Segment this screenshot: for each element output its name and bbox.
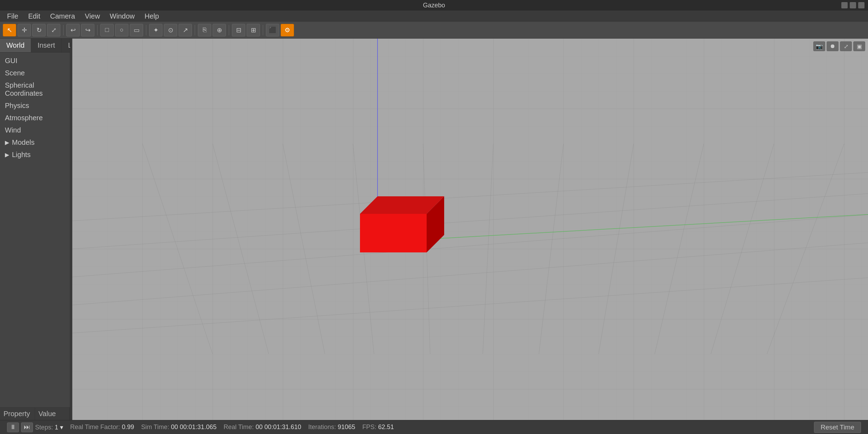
sidebar-item-spherical-coordinates-label: Spherical Coordinates (5, 81, 65, 97)
viewport-3d[interactable]: 📷 ⏺ ⤢ ▣ (72, 39, 868, 420)
select-tool-button[interactable]: ↖ (3, 24, 16, 36)
pause-button[interactable]: ⏸ (7, 422, 19, 432)
app-title: Gazebo (423, 2, 445, 9)
sim-time-label: Sim Time: (141, 423, 169, 430)
sidebar-item-spherical-coordinates[interactable]: Spherical Coordinates (0, 79, 70, 100)
models-arrow-icon: ▶ (5, 139, 9, 146)
sidebar-item-physics[interactable]: Physics (0, 100, 70, 112)
pause-icon: ⏸ (10, 423, 16, 431)
scale-tool-button[interactable]: ⤢ (47, 24, 60, 36)
copy-button[interactable]: ⎘ (198, 24, 211, 36)
menu-bar: File Edit Camera View Window Help (0, 11, 868, 22)
iterations-label: Iterations: (308, 423, 336, 430)
menu-view[interactable]: View (81, 11, 104, 22)
snap-button[interactable]: ⊞ (247, 24, 260, 36)
close-button[interactable] (858, 2, 864, 8)
sidebar-item-atmosphere-label: Atmosphere (5, 114, 43, 122)
sidebar-item-models-label: Models (12, 138, 34, 147)
viewport-maximize-button[interactable]: ▣ (853, 41, 865, 51)
menu-file[interactable]: File (3, 11, 22, 22)
orange-tool-button[interactable]: ⚙ (281, 24, 294, 36)
property-column-header: Property (0, 408, 35, 420)
iterations-display: Iterations: 91065 (308, 423, 355, 431)
rt-factor-value: 0.99 (122, 423, 134, 430)
sidebar-item-gui[interactable]: GUI (0, 55, 70, 67)
sidebar-item-scene[interactable]: Scene (0, 67, 70, 79)
menu-camera[interactable]: Camera (46, 11, 79, 22)
steps-value: 1 ▾ (55, 424, 63, 431)
translate-tool-button[interactable]: ✛ (18, 24, 31, 36)
box-shape-button[interactable]: □ (100, 24, 114, 36)
fps-value: 62.51 (378, 423, 394, 430)
value-column-header: Value (35, 408, 70, 420)
sphere-shape-button[interactable]: ○ (115, 24, 128, 36)
fps-label: FPS: (362, 423, 376, 430)
toolbar-sep-5 (229, 25, 229, 35)
sidebar-item-lights-label: Lights (12, 151, 31, 159)
fps-display: FPS: 62.51 (362, 423, 394, 431)
undo-button[interactable]: ↩ (66, 24, 80, 36)
viewport-grid (72, 39, 868, 420)
menu-help[interactable]: Help (140, 11, 163, 22)
align-button[interactable]: ⊟ (232, 24, 245, 36)
spot-light-button[interactable]: ⊙ (164, 24, 177, 36)
rt-factor-label: Real Time Factor: (70, 423, 120, 430)
menu-window[interactable]: Window (106, 11, 139, 22)
sidebar-item-gui-label: GUI (5, 57, 18, 65)
svg-marker-21 (360, 214, 427, 252)
point-light-button[interactable]: ✦ (149, 24, 162, 36)
toolbar-sep-1 (63, 25, 64, 35)
status-bar: ⏸ ⏭ Steps: 1 ▾ Real Time Factor: 0.99 Si… (0, 420, 868, 434)
toolbar-sep-4 (195, 25, 195, 35)
cylinder-shape-button[interactable]: ▭ (130, 24, 143, 36)
main-layout: World Insert Layers GUI Scene Spherical … (0, 39, 868, 420)
toolbar-sep-3 (146, 25, 146, 35)
menu-edit[interactable]: Edit (24, 11, 44, 22)
real-time-value: 00 00:01:31.610 (255, 423, 301, 430)
rotate-tool-button[interactable]: ↻ (32, 24, 46, 36)
left-panel: World Insert Layers GUI Scene Spherical … (0, 39, 70, 420)
paste-button[interactable]: ⊕ (213, 24, 226, 36)
sidebar-list: GUI Scene Spherical Coordinates Physics … (0, 53, 70, 407)
title-bar: Gazebo (0, 0, 868, 11)
viewport-record-button[interactable]: ⏺ (827, 41, 839, 51)
tab-world[interactable]: World (0, 39, 31, 52)
redo-button[interactable]: ↪ (81, 24, 94, 36)
window-controls (841, 2, 864, 8)
iterations-value: 91065 (338, 423, 355, 430)
sidebar-item-models[interactable]: ▶ Models (0, 136, 70, 149)
tab-insert[interactable]: Insert (31, 39, 62, 52)
sim-time-display: Sim Time: 00 00:01:31.065 (141, 423, 216, 431)
steps-label: Steps: (35, 424, 53, 431)
steps-display: Steps: 1 ▾ (35, 423, 63, 431)
sidebar-item-lights[interactable]: ▶ Lights (0, 149, 70, 161)
toolbar: ↖ ✛ ↻ ⤢ ↩ ↪ □ ○ ▭ ✦ ⊙ ↗ ⎘ ⊕ ⊟ ⊞ ⬛ ⚙ (0, 22, 868, 39)
directional-light-button[interactable]: ↗ (179, 24, 192, 36)
sidebar-item-wind[interactable]: Wind (0, 124, 70, 136)
property-header: Property Value (0, 407, 70, 420)
viewport-screenshot-button[interactable]: 📷 (813, 41, 825, 51)
lights-arrow-icon: ▶ (5, 151, 9, 158)
step-icon: ⏭ (24, 423, 30, 431)
real-time-display: Real Time: 00 00:01:31.610 (223, 423, 301, 431)
toolbar-sep-2 (97, 25, 98, 35)
toolbar-sep-6 (263, 25, 263, 35)
sidebar-item-atmosphere[interactable]: Atmosphere (0, 112, 70, 124)
minimize-button[interactable] (841, 2, 848, 8)
reset-time-button[interactable]: Reset Time (814, 422, 861, 433)
tab-bar: World Insert Layers (0, 39, 70, 53)
sidebar-item-physics-label: Physics (5, 102, 29, 110)
record-button[interactable]: ⬛ (266, 24, 279, 36)
viewport-toggle-button[interactable]: ⤢ (840, 41, 852, 51)
sidebar-item-scene-label: Scene (5, 69, 25, 77)
viewport-controls: 📷 ⏺ ⤢ ▣ (813, 41, 865, 51)
sidebar-item-wind-label: Wind (5, 126, 21, 134)
maximize-button[interactable] (850, 2, 856, 8)
sim-time-value: 00 00:01:31.065 (171, 423, 216, 430)
real-time-label: Real Time: (223, 423, 254, 430)
svg-rect-2 (72, 39, 868, 420)
rt-factor-display: Real Time Factor: 0.99 (70, 423, 134, 431)
step-button[interactable]: ⏭ (21, 422, 33, 432)
